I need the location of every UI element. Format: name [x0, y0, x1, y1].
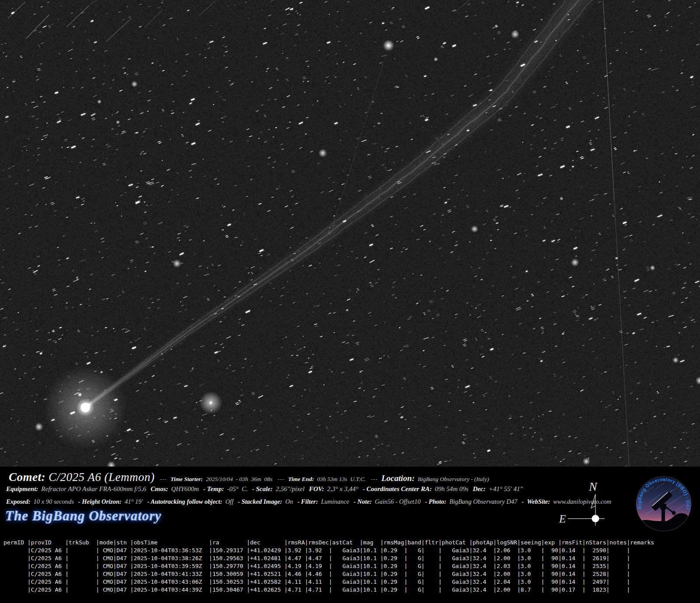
- autotracking-value: Off: [225, 498, 234, 505]
- temp-value: -05° C.: [227, 485, 248, 493]
- table-row: |C/2025 A6 | | CMO|D47 |2025-10-04T03:38…: [4, 554, 699, 562]
- website-label: - WebSite:: [522, 498, 550, 505]
- height-orizon-value: 41° 19': [125, 498, 143, 505]
- scale-label: - Scale:: [252, 485, 273, 493]
- time-start-label: Time Starter:: [171, 476, 203, 483]
- exposed-value: 10 x 90 seconds: [34, 498, 74, 505]
- height-orizon-label: - Height Orizon:: [78, 498, 122, 505]
- caption-line-3: Exposed: 10 x 90 seconds - Height Orizon…: [6, 498, 566, 505]
- compass-north-label: N: [588, 480, 598, 493]
- compass: N E: [556, 473, 617, 530]
- scale-value: 2,56"/pixel: [276, 485, 304, 493]
- separator: ---: [278, 476, 285, 483]
- caption-line-1: Comet: C/2025 A6 (Lemmon) --- Time Start…: [9, 471, 569, 484]
- photo-value: BigBang Observatory D47: [449, 498, 517, 505]
- note-label: - Note:: [354, 498, 371, 505]
- comet-photo: [0, 0, 700, 467]
- filter-label: - Filter:: [298, 498, 318, 505]
- stacked-image-label: - Stacked Image:: [238, 498, 282, 505]
- photo-label: - Photo:: [425, 498, 446, 505]
- cmos-value: QHY600m: [171, 485, 199, 493]
- dec-label: Dec:: [473, 485, 486, 493]
- separator: ---: [160, 476, 167, 483]
- dec-value: +41° 55' 41": [489, 485, 523, 493]
- table-row: |C/2025 A6 | | CMO|D47 |2025-10-04T03:44…: [4, 586, 699, 594]
- fov-label: FOV:: [309, 485, 324, 493]
- note-value: Gain56 - Offset10: [375, 498, 421, 505]
- equipment-value: Refractor APO Askar FRA-600mm f/5,6: [41, 485, 146, 493]
- time-end-label: Time End:: [288, 476, 314, 483]
- stacked-image-value: On: [285, 498, 293, 505]
- location-value: BigBang Observatory - (Italy): [418, 476, 489, 483]
- astrometry-table: permID |provID |trkSub |mode|stn |obsTim…: [4, 539, 699, 594]
- equipment-label: Equipment:: [6, 485, 38, 493]
- comet-name: C/2025 A6 (Lemmon): [49, 471, 155, 484]
- filter-value: Luminance: [321, 498, 349, 505]
- coords-ra-value: 09h 54m 09s: [435, 485, 469, 493]
- compass-hub: [592, 515, 599, 523]
- coords-ra-label: - Coordinates Center RA:: [363, 485, 432, 493]
- caption-line-2: Equipment: Refractor APO Askar FRA-600mm…: [6, 485, 566, 493]
- separator: ---: [371, 476, 378, 483]
- observatory-title: The BigBang Observatory: [5, 508, 161, 524]
- observatory-logo: BigBang Observatory [BBO] - D47: [636, 476, 692, 532]
- temp-label: - Temp:: [203, 485, 224, 493]
- exposed-label: Exposed:: [6, 498, 31, 505]
- table-row: |C/2025 A6 | | CMO|D47 |2025-10-04T03:41…: [4, 570, 699, 578]
- table-row: |C/2025 A6 | | CMO|D47 |2025-10-04T03:39…: [4, 562, 699, 570]
- time-start-value: 2025/10/04 - 03h 36m 08s: [206, 476, 273, 483]
- compass-needle-icon: [591, 494, 595, 508]
- autotracking-label: - Autotracking follow object:: [147, 498, 222, 505]
- table-row: |C/2025 A6 | | CMO|D47 |2025-10-04T03:43…: [4, 578, 699, 586]
- fov-value: 2,3° x 3,44°: [327, 485, 358, 493]
- time-end-value: 03h 53m 13s U.T.C.: [317, 476, 366, 483]
- table-header: permID |provID |trkSub |mode|stn |obsTim…: [4, 539, 699, 547]
- table-row: |C/2025 A6 | | CMO|D47 |2025-10-04T03:36…: [4, 547, 699, 554]
- compass-east-label: E: [559, 513, 566, 525]
- cmos-label: Cmos:: [150, 485, 168, 493]
- observation-plate: Comet: C/2025 A6 (Lemmon) --- Time Start…: [0, 0, 700, 603]
- location-label: Location:: [382, 474, 415, 483]
- logo-scene: [636, 476, 692, 532]
- comet-label: Comet:: [9, 471, 46, 484]
